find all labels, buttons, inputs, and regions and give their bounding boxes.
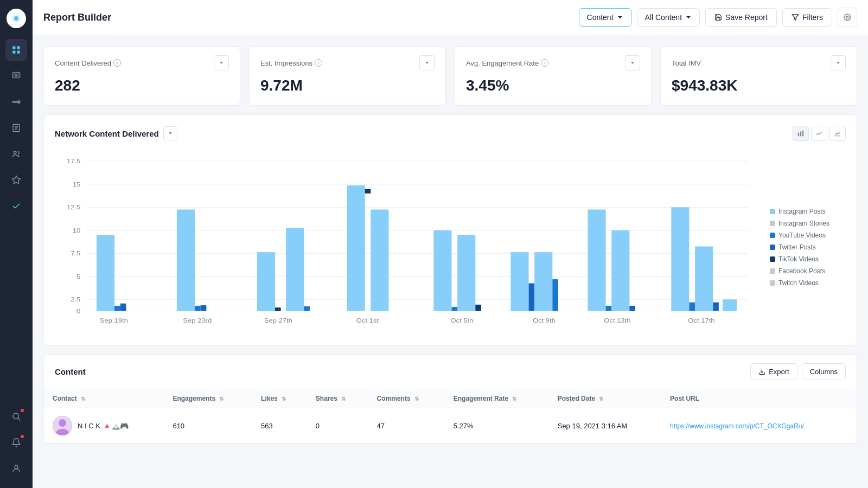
settings-button[interactable] <box>838 8 857 27</box>
sidebar-item-media[interactable] <box>5 65 27 87</box>
sidebar-item-campaigns[interactable] <box>5 91 27 113</box>
sidebar-item-search[interactable] <box>5 406 27 427</box>
svg-rect-61 <box>510 252 528 311</box>
svg-point-1 <box>14 16 18 21</box>
svg-rect-62 <box>529 284 535 311</box>
page-title: Report Builder <box>43 12 572 23</box>
svg-rect-57 <box>451 307 457 311</box>
chart-line-view[interactable] <box>811 126 827 141</box>
content-type-dropdown[interactable]: Content <box>579 8 631 27</box>
svg-rect-72 <box>689 303 695 311</box>
svg-rect-73 <box>695 247 713 311</box>
header-controls: Content All Content Save Report Filters <box>579 8 857 27</box>
svg-rect-51 <box>304 306 310 311</box>
svg-rect-54 <box>371 210 388 311</box>
chart-area: 17.5 15 12.5 10 7.5 5 2.5 0 Sep 19th <box>55 150 761 334</box>
legend-label-instagram-stories: Instagram Stories <box>778 220 829 227</box>
kpi-label-0: Content Delivered i <box>55 59 121 67</box>
th-post-url[interactable]: Post URL <box>661 389 857 408</box>
th-engagements[interactable]: Engagements ⇅ <box>164 389 252 408</box>
save-report-button[interactable]: Save Report <box>705 8 777 27</box>
svg-text:Sep 23rd: Sep 23rd <box>183 317 212 324</box>
th-comments[interactable]: Comments ⇅ <box>368 389 445 408</box>
kpi-dropdown-2[interactable] <box>625 55 640 70</box>
info-icon-0: i <box>113 59 121 67</box>
kpi-dropdown-1[interactable] <box>419 55 435 70</box>
sidebar-item-dashboard[interactable] <box>5 39 27 61</box>
th-engagement-rate[interactable]: Engagement Rate ⇅ <box>445 389 549 408</box>
chart-dropdown[interactable] <box>163 126 177 140</box>
sort-icon-engagement-rate: ⇅ <box>512 396 516 402</box>
svg-rect-5 <box>17 51 20 54</box>
svg-rect-52 <box>347 185 365 311</box>
legend-tiktok-videos: TikTok Videos <box>770 255 846 263</box>
td-post-url: https://www.instagram.com/p/CT_OCXGgaRu/ <box>661 408 857 444</box>
sidebar-item-favorites[interactable] <box>5 169 27 191</box>
svg-rect-19 <box>798 133 799 136</box>
sort-icon-shares: ⇅ <box>341 396 346 402</box>
all-content-label: All Content <box>645 13 682 22</box>
svg-rect-59 <box>475 305 481 311</box>
td-comments: 47 <box>368 408 445 444</box>
table-actions: Export Columns <box>750 363 846 380</box>
svg-rect-64 <box>552 279 558 311</box>
svg-point-16 <box>15 465 18 468</box>
legend-youtube-videos: YouTube Videos <box>770 232 846 239</box>
kpi-content-delivered: Content Delivered i 282 <box>43 46 240 106</box>
td-engagements: 610 <box>164 408 252 444</box>
chart-title: Network Content Delivered <box>55 129 159 138</box>
svg-rect-67 <box>606 306 612 311</box>
svg-text:0: 0 <box>76 307 80 314</box>
sidebar-item-notifications[interactable] <box>5 432 27 453</box>
td-posted-date: Sep 19, 2021 3:16 AM <box>549 408 661 444</box>
svg-rect-66 <box>588 210 605 311</box>
svg-point-79 <box>59 419 66 427</box>
all-content-dropdown[interactable]: All Content <box>637 8 700 27</box>
kpi-total-imv: Total IMV $943.83K <box>660 46 857 106</box>
svg-rect-53 <box>365 189 371 194</box>
kpi-label-3: Total IMV <box>672 59 701 67</box>
svg-text:Sep 27th: Sep 27th <box>264 317 292 324</box>
sidebar-item-check[interactable] <box>5 195 27 217</box>
table-header: Content Export Columns <box>44 355 857 389</box>
content-type-label: Content <box>587 13 614 22</box>
kpi-dropdown-0[interactable] <box>214 55 229 70</box>
avatar <box>53 416 72 435</box>
chart-container: 17.5 15 12.5 10 7.5 5 2.5 0 Sep 19th <box>55 150 846 334</box>
sidebar-item-audience[interactable] <box>5 143 27 165</box>
svg-rect-56 <box>433 230 451 311</box>
chart-section: Network Content Delivered <box>43 114 857 345</box>
svg-rect-71 <box>671 207 689 311</box>
svg-text:Oct 1st: Oct 1st <box>356 317 379 324</box>
legend-label-youtube-videos: YouTube Videos <box>778 232 826 239</box>
table-section: Content Export Columns Contact <box>43 354 857 444</box>
svg-rect-3 <box>17 46 20 49</box>
svg-rect-68 <box>611 230 629 311</box>
th-likes[interactable]: Likes ⇅ <box>252 389 307 408</box>
svg-text:12.5: 12.5 <box>67 204 80 211</box>
post-url-link[interactable]: https://www.instagram.com/p/CT_OCXGgaRu/ <box>670 422 804 430</box>
sidebar-item-reports[interactable] <box>5 117 27 139</box>
columns-label: Columns <box>810 368 838 376</box>
legend-facebook-posts: Facebook Posts <box>770 267 846 275</box>
td-contact: N I C K 🔺🏔️🎮 <box>44 408 164 444</box>
svg-text:Oct 9th: Oct 9th <box>533 317 556 324</box>
kpi-dropdown-3[interactable] <box>831 55 846 70</box>
chart-bar-view[interactable] <box>793 126 809 141</box>
columns-button[interactable]: Columns <box>802 363 846 380</box>
filters-button[interactable]: Filters <box>782 8 832 27</box>
export-button[interactable]: Export <box>750 363 797 380</box>
th-shares[interactable]: Shares ⇅ <box>307 389 368 408</box>
th-posted-date[interactable]: Posted Date ⇅ <box>549 389 661 408</box>
svg-rect-4 <box>12 51 15 54</box>
chart-area-view[interactable] <box>829 126 846 141</box>
svg-text:Oct 17th: Oct 17th <box>688 317 714 324</box>
table-row: N I C K 🔺🏔️🎮 610 563 0 47 5.27% Sep 19, … <box>44 408 857 444</box>
sidebar-item-user[interactable] <box>5 458 27 479</box>
kpi-avg-engagement: Avg. Engagement Rate i 3.45% <box>455 46 652 106</box>
svg-text:Sep 19th: Sep 19th <box>100 317 128 324</box>
sidebar-bottom <box>5 406 27 479</box>
th-contact[interactable]: Contact ⇅ <box>44 389 164 408</box>
svg-point-14 <box>13 413 19 419</box>
svg-point-18 <box>846 16 848 18</box>
